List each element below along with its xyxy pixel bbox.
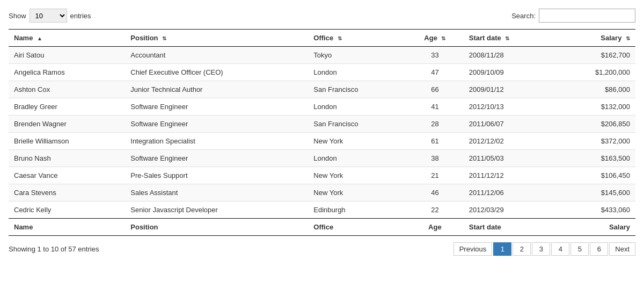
cell-office: Edinburgh — [308, 201, 406, 219]
sort-both-icon-position: ⇅ — [162, 35, 166, 41]
foot-col-startdate[interactable]: Start date — [464, 219, 554, 236]
cell-age: 28 — [406, 116, 464, 133]
header-row: Name ▲ Position ⇅ Office ⇅ Age ⇅ Start d… — [9, 30, 635, 47]
sort-both-icon-office: ⇅ — [338, 35, 342, 41]
cell-name: Brielle Williamson — [9, 133, 125, 150]
col-header-salary[interactable]: Salary ⇅ — [554, 30, 635, 47]
col-startdate-label: Start date — [469, 34, 501, 42]
page-button-4[interactable]: 4 — [551, 242, 569, 256]
foot-salary-label: Salary — [609, 223, 630, 231]
sort-asc-icon: ▲ — [37, 35, 42, 41]
cell-start_date: 2011/12/12 — [464, 167, 554, 184]
search-input[interactable] — [539, 9, 635, 23]
cell-name: Caesar Vance — [9, 167, 125, 184]
table-body: Airi SatouAccountantTokyo332008/11/28$16… — [9, 47, 635, 219]
page-button-2[interactable]: 2 — [513, 242, 531, 256]
previous-button[interactable]: Previous — [453, 242, 493, 256]
cell-name: Bradley Greer — [9, 98, 125, 116]
cell-age: 66 — [406, 81, 464, 98]
cell-start_date: 2009/01/12 — [464, 81, 554, 98]
cell-salary: $1,200,000 — [554, 64, 635, 81]
sort-both-icon-age: ⇅ — [441, 35, 445, 41]
cell-position: Accountant — [125, 47, 308, 64]
cell-office: San Francisco — [308, 81, 406, 98]
table-row: Caesar VancePre-Sales SupportNew York212… — [9, 167, 635, 184]
col-name-label: Name — [14, 34, 33, 42]
cell-salary: $433,060 — [554, 201, 635, 219]
data-table: Name ▲ Position ⇅ Office ⇅ Age ⇅ Start d… — [9, 29, 635, 236]
col-salary-label: Salary — [601, 34, 621, 42]
cell-age: 46 — [406, 184, 464, 201]
table-row: Cara StevensSales AssistantNew York46201… — [9, 184, 635, 201]
cell-position: Software Engineer — [125, 150, 308, 167]
sort-both-icon-salary: ⇅ — [626, 35, 630, 41]
cell-start_date: 2008/11/28 — [464, 47, 554, 64]
col-header-office[interactable]: Office ⇅ — [308, 30, 406, 47]
col-header-startdate[interactable]: Start date ⇅ — [464, 30, 554, 47]
col-position-label: Position — [130, 34, 158, 42]
sort-both-icon-startdate: ⇅ — [505, 35, 509, 41]
table-row: Cedric KellySenior Javascript DeveloperE… — [9, 201, 635, 219]
table-controls-bottom: Showing 1 to 10 of 57 entries Previous 1… — [9, 242, 635, 256]
table-row: Bradley GreerSoftware EngineerLondon4120… — [9, 98, 635, 116]
entries-label: entries — [70, 12, 91, 20]
foot-col-position[interactable]: Position — [125, 219, 308, 236]
foot-col-salary[interactable]: Salary — [554, 219, 635, 236]
cell-start_date: 2012/12/02 — [464, 133, 554, 150]
cell-salary: $86,000 — [554, 81, 635, 98]
cell-start_date: 2012/03/29 — [464, 201, 554, 219]
foot-office-label: Office — [313, 223, 333, 231]
cell-start_date: 2011/12/06 — [464, 184, 554, 201]
foot-col-office[interactable]: Office — [308, 219, 406, 236]
cell-start_date: 2012/10/13 — [464, 98, 554, 116]
foot-col-age[interactable]: Age — [406, 219, 464, 236]
table-row: Brielle WilliamsonIntegration Specialist… — [9, 133, 635, 150]
table-head: Name ▲ Position ⇅ Office ⇅ Age ⇅ Start d… — [9, 30, 635, 47]
cell-office: New York — [308, 167, 406, 184]
col-header-position[interactable]: Position ⇅ — [125, 30, 308, 47]
next-button[interactable]: Next — [609, 242, 635, 256]
cell-name: Cara Stevens — [9, 184, 125, 201]
cell-position: Junior Technical Author — [125, 81, 308, 98]
cell-position: Software Engineer — [125, 98, 308, 116]
cell-name: Brenden Wagner — [9, 116, 125, 133]
col-office-label: Office — [313, 34, 333, 42]
table-row: Ashton CoxJunior Technical AuthorSan Fra… — [9, 81, 635, 98]
page-button-1[interactable]: 1 — [493, 242, 511, 256]
page-button-6[interactable]: 6 — [590, 242, 608, 256]
cell-name: Ashton Cox — [9, 81, 125, 98]
page-button-5[interactable]: 5 — [570, 242, 589, 256]
table-foot: Name Position Office Age Start date Sala… — [9, 219, 635, 236]
cell-office: London — [308, 150, 406, 167]
foot-col-name[interactable]: Name — [9, 219, 125, 236]
table-row: Airi SatouAccountantTokyo332008/11/28$16… — [9, 47, 635, 64]
col-header-age[interactable]: Age ⇅ — [406, 30, 464, 47]
cell-salary: $206,850 — [554, 116, 635, 133]
showing-info: Showing 1 to 10 of 57 entries — [9, 245, 99, 253]
cell-salary: $163,500 — [554, 150, 635, 167]
col-header-name[interactable]: Name ▲ — [9, 30, 125, 47]
foot-startdate-label: Start date — [469, 223, 501, 231]
cell-position: Chief Executive Officer (CEO) — [125, 64, 308, 81]
cell-office: San Francisco — [308, 116, 406, 133]
cell-salary: $145,600 — [554, 184, 635, 201]
cell-salary: $132,000 — [554, 98, 635, 116]
cell-office: Tokyo — [308, 47, 406, 64]
cell-position: Sales Assistant — [125, 184, 308, 201]
page-button-3[interactable]: 3 — [532, 242, 550, 256]
cell-salary: $372,000 — [554, 133, 635, 150]
cell-position: Pre-Sales Support — [125, 167, 308, 184]
show-entries-control: Show 10 25 50 100 entries — [9, 9, 91, 23]
cell-position: Integration Specialist — [125, 133, 308, 150]
cell-age: 21 — [406, 167, 464, 184]
cell-name: Bruno Nash — [9, 150, 125, 167]
cell-position: Senior Javascript Developer — [125, 201, 308, 219]
cell-office: New York — [308, 133, 406, 150]
table-row: Brenden WagnerSoftware EngineerSan Franc… — [9, 116, 635, 133]
cell-name: Cedric Kelly — [9, 201, 125, 219]
foot-position-label: Position — [130, 223, 158, 231]
cell-office: New York — [308, 184, 406, 201]
col-age-label: Age — [424, 34, 437, 42]
entries-select[interactable]: 10 25 50 100 — [30, 9, 67, 23]
foot-name-label: Name — [14, 223, 33, 231]
